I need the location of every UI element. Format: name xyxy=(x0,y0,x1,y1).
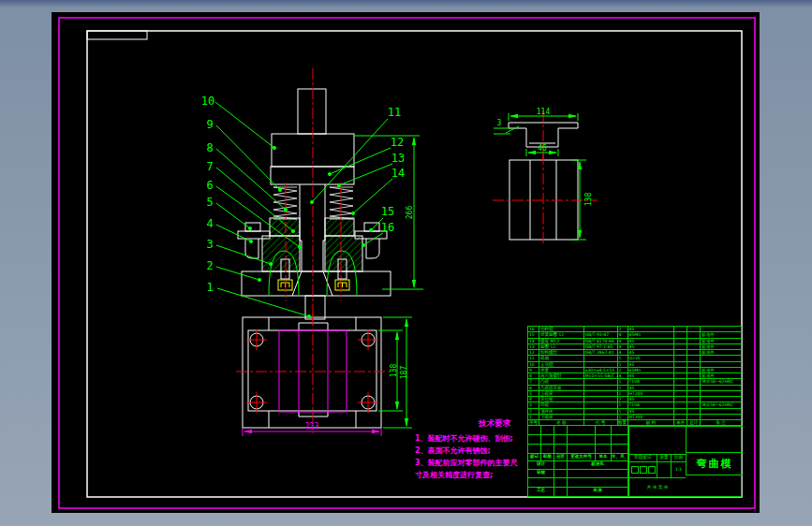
sheet-count: 共 张 第 张 xyxy=(628,477,686,497)
callout-11: 11 xyxy=(388,106,401,119)
callout-4: 4 xyxy=(206,217,213,230)
scale-label: 比例 xyxy=(671,454,686,461)
rev-header-mark: 标记 xyxy=(528,454,541,461)
tech-line-4: 寸及相关精度进行复查; xyxy=(415,469,529,481)
rev-header-date: 年、月、日 xyxy=(612,454,628,461)
scale-value: 1:1 xyxy=(671,461,686,477)
callout-8: 8 xyxy=(206,141,213,154)
stage-blank-cell xyxy=(628,426,686,454)
title-block-revision-grid: 标记 处数 分区 更改文件号 签名 年、月、日 设计 标准化 审核 工艺 批准 xyxy=(528,426,628,497)
callout-13: 13 xyxy=(391,152,405,165)
role-design: 设计 xyxy=(528,461,554,470)
plan-view xyxy=(243,317,381,428)
dim-233: 233 xyxy=(305,422,319,431)
role-process: 工艺 xyxy=(528,488,554,497)
callout-3: 3 xyxy=(206,238,213,251)
rev-header-count: 处数 xyxy=(541,454,554,461)
tech-requirements: 技术要求 1、装配时不允许碰伤、刮伤; 2、表面不允许有锈蚀; 3、装配前应对零… xyxy=(415,417,529,481)
tech-line-3: 3、装配前应对零部件的主要尺 xyxy=(415,457,529,469)
callout-1: 1 xyxy=(206,281,213,294)
role-check: 审核 xyxy=(528,470,554,478)
dim-187: 187 xyxy=(400,366,408,380)
callout-10: 10 xyxy=(201,95,214,108)
dim-46: 46 xyxy=(538,144,547,153)
rev-header-zone: 分区 xyxy=(554,454,568,461)
callout-5: 5 xyxy=(206,196,213,209)
tech-line-1: 1、装配时不允许碰伤、刮伤; xyxy=(415,432,529,445)
callout-7: 7 xyxy=(206,160,213,173)
callout-16: 16 xyxy=(381,221,394,234)
role-approve: 批准 xyxy=(568,488,628,497)
rev-header-sign: 签名 xyxy=(596,454,612,461)
callout-2: 2 xyxy=(206,259,213,272)
dim-138-plate: 138 xyxy=(584,193,593,207)
drawing-title: 弯曲模 xyxy=(686,452,743,475)
rev-header-docno: 更改文件号 xyxy=(568,454,596,461)
weight-value xyxy=(657,461,671,477)
dim-3: 3 xyxy=(497,119,502,127)
dim-266: 266 xyxy=(406,206,414,220)
tech-requirements-title: 技术要求 xyxy=(479,417,529,430)
weight-label: 质量 xyxy=(657,454,671,461)
company-cell xyxy=(686,426,743,452)
callout-12: 12 xyxy=(391,136,404,149)
callout-15: 15 xyxy=(381,205,394,218)
stage-mark-boxes xyxy=(628,461,657,477)
role-standard: 标准化 xyxy=(568,461,628,470)
stage-mark-label: 阶段标记 xyxy=(628,454,657,461)
bom-table: 16挡料销24515弹簧垫圈 12GB/T 93-87465Mn标准件14螺母 … xyxy=(527,326,742,426)
tech-line-2: 2、表面不允许有锈蚀; xyxy=(415,445,529,457)
callout-6: 6 xyxy=(206,179,213,192)
bolt-heads xyxy=(278,280,349,290)
callout-14: 14 xyxy=(391,167,405,180)
cad-viewport: 10 9 8 7 6 5 4 3 2 1 11 12 13 14 15 16 2… xyxy=(0,0,812,526)
binding-mark xyxy=(87,31,147,39)
dim-114: 114 xyxy=(537,108,551,116)
callout-9: 9 xyxy=(206,118,213,131)
dim-138-plan: 138 xyxy=(390,364,398,378)
title-block: 标记 处数 分区 更改文件号 签名 年、月、日 设计 标准化 审核 工艺 批准 … xyxy=(527,425,742,497)
